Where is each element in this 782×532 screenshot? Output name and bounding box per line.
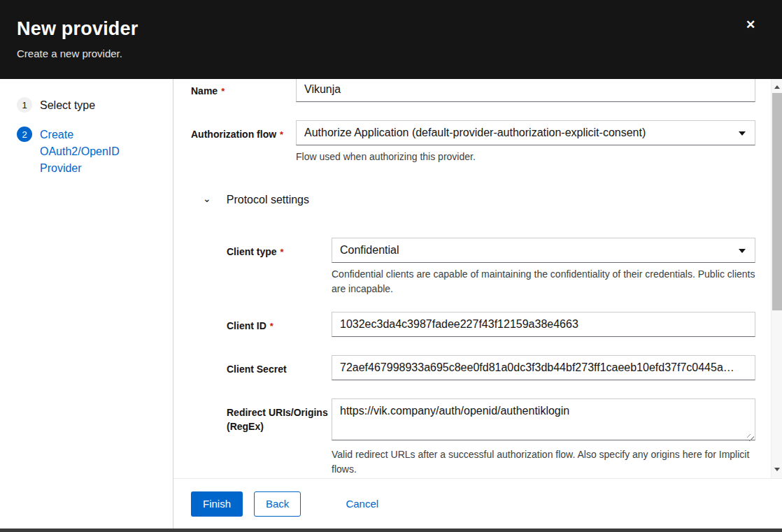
redirect-uris-help: Valid redirect URLs after a successful a… bbox=[332, 447, 755, 477]
authorization-flow-label: Authorization flow* bbox=[191, 120, 296, 164]
client-type-help: Confidential clients are capable of main… bbox=[332, 267, 755, 296]
protocol-settings-toggle[interactable]: ⌄ Protocol settings bbox=[191, 194, 755, 206]
client-type-value: Confidential bbox=[340, 244, 399, 257]
client-type-select[interactable]: Confidential bbox=[332, 238, 755, 263]
authorization-flow-label-text: Authorization flow bbox=[191, 129, 276, 140]
required-asterisk: * bbox=[221, 86, 225, 96]
wizard-step-select-type[interactable]: 1 Select type bbox=[17, 97, 162, 114]
page-backdrop bbox=[0, 529, 782, 532]
name-field-row: Name* bbox=[191, 79, 755, 102]
client-type-label-text: Client type bbox=[227, 246, 277, 257]
client-secret-row: Client Secret bbox=[191, 355, 755, 380]
modal-body: 1 Select type 2 Create OAuth2/OpenID Pro… bbox=[0, 79, 782, 529]
authorization-flow-row: Authorization flow* Authorize Applicatio… bbox=[191, 120, 755, 164]
cancel-button[interactable]: Cancel bbox=[346, 491, 378, 517]
name-label-text: Name bbox=[191, 85, 218, 96]
client-type-row: Client type* Confidential Confidential c… bbox=[191, 238, 755, 296]
redirect-uris-textarea[interactable]: https://vik.company/auth/openid/authenti… bbox=[332, 398, 755, 440]
caret-down-icon bbox=[739, 131, 746, 136]
step-number-badge: 1 bbox=[17, 97, 32, 113]
authorization-flow-value: Authorize Application (default-provider-… bbox=[304, 127, 646, 139]
wizard-nav: 1 Select type 2 Create OAuth2/OpenID Pro… bbox=[0, 79, 173, 529]
name-input[interactable] bbox=[296, 79, 755, 102]
back-button[interactable]: Back bbox=[254, 491, 301, 517]
wizard-step-create-provider[interactable]: 2 Create OAuth2/OpenID Provider bbox=[17, 127, 162, 177]
client-id-row: Client ID* bbox=[191, 312, 755, 337]
wizard-main: Name* Authorization flow* Authorize Appl… bbox=[173, 79, 782, 529]
step-label: Select type bbox=[40, 97, 131, 114]
client-id-label: Client ID* bbox=[227, 312, 332, 337]
redirect-uris-label: Redirect URIs/Origins (RegEx) bbox=[227, 398, 332, 477]
client-secret-input[interactable] bbox=[332, 355, 755, 380]
step-label: Create OAuth2/OpenID Provider bbox=[40, 127, 131, 177]
wizard-footer: Finish Back Cancel bbox=[173, 478, 782, 529]
modal-header: New provider Create a new provider. ✕ bbox=[0, 0, 782, 79]
chevron-down-icon: ⌄ bbox=[203, 194, 211, 203]
finish-button[interactable]: Finish bbox=[191, 491, 243, 517]
authorization-flow-select[interactable]: Authorize Application (default-provider-… bbox=[296, 120, 755, 145]
provider-form: Name* Authorization flow* Authorize Appl… bbox=[173, 79, 771, 478]
redirect-uris-row: Redirect URIs/Origins (RegEx) https://vi… bbox=[191, 398, 755, 477]
authorization-flow-help: Flow used when authorizing this provider… bbox=[296, 150, 755, 164]
step-number-badge: 2 bbox=[17, 127, 32, 142]
scrollbar-thumb[interactable] bbox=[772, 93, 782, 310]
caret-down-icon bbox=[739, 249, 746, 253]
scroll-up-icon[interactable] bbox=[772, 82, 782, 92]
new-provider-modal: New provider Create a new provider. ✕ 1 … bbox=[0, 0, 782, 532]
scroll-down-icon[interactable] bbox=[772, 464, 782, 474]
name-label: Name* bbox=[191, 79, 296, 102]
required-asterisk: * bbox=[270, 321, 273, 331]
client-secret-label-text: Client Secret bbox=[227, 364, 287, 375]
client-type-label: Client type* bbox=[227, 238, 332, 296]
modal-title: New provider bbox=[17, 18, 765, 40]
required-asterisk: * bbox=[280, 247, 284, 257]
resize-grip-icon[interactable] bbox=[747, 434, 754, 441]
client-id-label-text: Client ID bbox=[227, 320, 266, 331]
required-asterisk: * bbox=[280, 129, 283, 140]
protocol-settings-title: Protocol settings bbox=[227, 194, 309, 206]
form-scrollbar[interactable] bbox=[771, 79, 782, 478]
close-icon[interactable]: ✕ bbox=[742, 17, 759, 34]
client-secret-label: Client Secret bbox=[227, 355, 332, 380]
client-id-input[interactable] bbox=[332, 312, 755, 337]
modal-subtitle: Create a new provider. bbox=[17, 48, 765, 59]
